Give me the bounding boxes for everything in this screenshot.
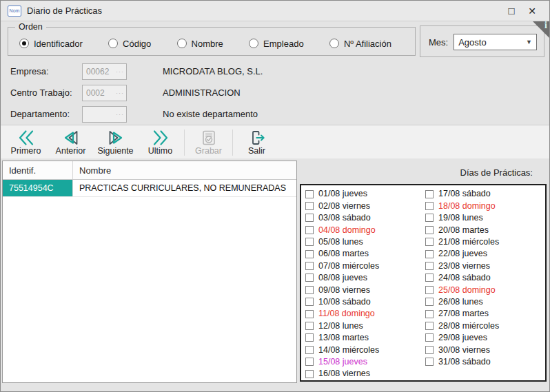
table-row[interactable]: 75514954C PRACTICAS CURRICULARES, NO REM… (3, 180, 296, 197)
day-item-24-08[interactable]: 24/08 sábado (425, 272, 545, 284)
radio-c-digo[interactable]: Código (108, 39, 151, 49)
departamento-description: No existe departamento (163, 109, 258, 119)
day-checkbox[interactable] (425, 310, 434, 318)
save-icon (200, 129, 218, 147)
day-checkbox[interactable] (305, 358, 314, 366)
radio-nombre[interactable]: Nombre (177, 39, 223, 49)
day-checkbox[interactable] (305, 298, 314, 306)
ultimo-button[interactable]: Ultimo (138, 127, 183, 158)
day-item-26-08[interactable]: 26/08 lunes (425, 296, 545, 308)
day-item-27-08[interactable]: 27/08 martes (425, 308, 545, 320)
day-label: 12/08 lunes (318, 322, 363, 331)
table-header: Identif. Nombre (3, 161, 296, 180)
day-checkbox[interactable] (305, 214, 314, 222)
day-label: 17/08 sábado (438, 189, 491, 198)
day-item-05-08[interactable]: 05/08 lunes (305, 236, 425, 248)
day-item-01-08[interactable]: 01/08 jueves (305, 188, 425, 200)
close-button[interactable]: ✕ (522, 2, 542, 20)
day-item-22-08[interactable]: 22/08 jueves (425, 248, 545, 260)
day-checkbox[interactable] (425, 238, 434, 246)
day-item-25-08[interactable]: 25/08 domingo (425, 284, 545, 296)
empresa-input[interactable]: 00062 ··· (82, 63, 127, 80)
day-item-20-08[interactable]: 20/08 martes (425, 224, 545, 236)
empresa-value: 00062 (86, 67, 109, 76)
day-item-13-08[interactable]: 13/08 martes (305, 332, 425, 344)
day-checkbox[interactable] (305, 238, 314, 246)
day-item-14-08[interactable]: 14/08 miércoles (305, 344, 425, 355)
day-item-28-08[interactable]: 28/08 miércoles (425, 320, 545, 331)
day-label: 21/08 miércoles (438, 238, 499, 247)
day-item-18-08[interactable]: 18/08 domingo (425, 200, 545, 212)
day-item-03-08[interactable]: 03/08 sábado (305, 212, 425, 224)
day-label: 02/08 viernes (318, 202, 370, 211)
day-checkbox[interactable] (425, 346, 434, 354)
day-checkbox[interactable] (305, 346, 314, 354)
centro-trabajo-description: ADMINISTRACION (163, 87, 241, 98)
day-checkbox[interactable] (305, 322, 314, 330)
day-item-23-08[interactable]: 23/08 viernes (425, 260, 545, 271)
grabar-button[interactable]: Grabar (186, 127, 231, 158)
siguiente-button[interactable]: Siguiente (93, 127, 138, 158)
day-item-07-08[interactable]: 07/08 miércoles (305, 260, 425, 271)
day-checkbox[interactable] (305, 310, 314, 318)
day-checkbox[interactable] (425, 333, 434, 342)
day-checkbox[interactable] (425, 190, 434, 198)
day-checkbox[interactable] (305, 333, 314, 342)
departamento-row: Departamento: ··· No existe departamento (10, 105, 258, 123)
day-checkbox[interactable] (425, 226, 434, 234)
cell-nombre[interactable]: PRACTICAS CURRICULARES, NO REMUNERADAS (73, 180, 296, 196)
maximize-button[interactable]: □ (501, 2, 522, 20)
day-checkbox[interactable] (425, 298, 434, 306)
empresa-browse-button[interactable]: ··· (116, 68, 124, 75)
day-item-04-08[interactable]: 04/08 domingo (305, 224, 425, 236)
departamento-browse-button[interactable]: ··· (116, 111, 124, 118)
day-checkbox[interactable] (425, 274, 434, 282)
radio-n-afiliaci-n[interactable]: Nº Afiliación (329, 39, 391, 49)
day-item-31-08[interactable]: 31/08 sábado (425, 355, 545, 367)
day-label: 25/08 domingo (438, 286, 496, 295)
departamento-input[interactable]: ··· (82, 106, 127, 123)
day-checkbox[interactable] (305, 370, 314, 378)
day-checkbox[interactable] (425, 202, 434, 210)
day-checkbox[interactable] (305, 274, 314, 282)
centro-trabajo-input[interactable]: 0002 ··· (82, 85, 127, 101)
day-item-19-08[interactable]: 19/08 lunes (425, 212, 545, 224)
day-checkbox[interactable] (425, 250, 434, 258)
radio-identificador[interactable]: Identificador (19, 39, 83, 49)
day-item-08-08[interactable]: 08/08 jueves (305, 272, 425, 284)
toolbar-separator (184, 130, 185, 156)
day-item-16-08[interactable]: 16/08 viernes (305, 368, 425, 380)
day-checkbox[interactable] (305, 250, 314, 258)
day-checkbox[interactable] (425, 286, 434, 294)
radio-empleado[interactable]: Empleado (249, 39, 304, 49)
anterior-button[interactable]: Anterior (48, 127, 93, 158)
day-item-15-08[interactable]: 15/08 jueves (305, 355, 425, 367)
day-checkbox[interactable] (425, 214, 434, 222)
day-checkbox[interactable] (305, 202, 314, 210)
radio-icon (249, 39, 258, 48)
day-item-12-08[interactable]: 12/08 lunes (305, 320, 425, 331)
mes-dropdown[interactable]: Agosto ▼ (454, 34, 537, 50)
day-checkbox[interactable] (305, 226, 314, 234)
mes-value: Agosto (458, 37, 486, 48)
day-checkbox[interactable] (305, 190, 314, 198)
centro-trabajo-browse-button[interactable]: ··· (116, 90, 124, 96)
day-item-11-08[interactable]: 11/08 domingo (305, 308, 425, 320)
day-item-02-08[interactable]: 02/08 viernes (305, 200, 425, 212)
day-checkbox[interactable] (305, 262, 314, 270)
day-item-06-08[interactable]: 06/08 martes (305, 248, 425, 260)
day-item-17-08[interactable]: 17/08 sábado (425, 188, 545, 200)
day-item-29-08[interactable]: 29/08 jueves (425, 332, 545, 344)
day-item-09-08[interactable]: 09/08 viernes (305, 284, 425, 296)
info-icon[interactable]: i (544, 21, 547, 30)
day-checkbox[interactable] (425, 262, 434, 270)
day-item-21-08[interactable]: 21/08 miércoles (425, 236, 545, 248)
day-item-30-08[interactable]: 30/08 viernes (425, 344, 545, 355)
cell-identif[interactable]: 75514954C (3, 180, 73, 196)
day-item-10-08[interactable]: 10/08 sábado (305, 296, 425, 308)
primero-button[interactable]: Primero (3, 127, 48, 158)
day-checkbox[interactable] (425, 322, 434, 330)
salir-button[interactable]: Salir (234, 127, 279, 158)
day-checkbox[interactable] (305, 286, 314, 294)
day-checkbox[interactable] (425, 358, 434, 366)
